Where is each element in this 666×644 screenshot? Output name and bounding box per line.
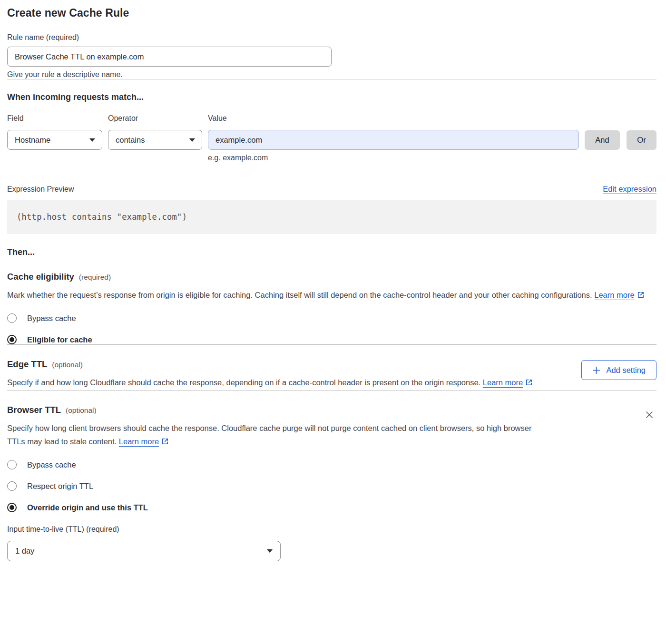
edge-ttl-section: Edge TTL (optional) Specify if and how l… bbox=[7, 359, 656, 390]
close-icon[interactable] bbox=[642, 408, 656, 423]
page-title: Create new Cache Rule bbox=[7, 7, 656, 20]
required-tag: (required) bbox=[79, 273, 111, 282]
or-button[interactable]: Or bbox=[627, 130, 656, 150]
expression-preview-label: Expression Preview bbox=[7, 185, 74, 194]
radio-icon[interactable] bbox=[7, 460, 17, 469]
expression-header: Expression Preview Edit expression bbox=[7, 185, 656, 194]
radio-option-label[interactable]: Eligible for cache bbox=[27, 335, 92, 344]
cache-eligibility-section: Cache eligibility (required) Mark whethe… bbox=[7, 272, 656, 344]
browser-ttl-title: Browser TTL bbox=[7, 405, 61, 415]
field-column: Field Hostname bbox=[7, 114, 108, 150]
operator-column: Operator contains bbox=[108, 114, 208, 150]
radio-option-eligible-for-cache[interactable]: Eligible for cache bbox=[7, 335, 656, 344]
match-section: When incoming requests match... Field Ho… bbox=[7, 92, 656, 162]
browser-ttl-content: Browser TTL (optional) Specify how long … bbox=[7, 405, 533, 561]
value-help: e.g. example.com bbox=[208, 154, 579, 162]
divider bbox=[7, 344, 656, 345]
cache-eligibility-title-row: Cache eligibility (required) bbox=[7, 272, 656, 282]
radio-option-label[interactable]: Respect origin TTL bbox=[27, 482, 93, 491]
add-setting-label: Add setting bbox=[606, 366, 646, 375]
edge-ttl-title-row: Edge TTL (optional) bbox=[7, 359, 533, 370]
and-button[interactable]: And bbox=[585, 130, 620, 150]
rule-name-help: Give your rule a descriptive name. bbox=[7, 70, 656, 79]
plus-icon bbox=[592, 366, 600, 374]
radio-option-bypass-cache-browser[interactable]: Bypass cache bbox=[7, 460, 533, 469]
field-select[interactable]: Hostname bbox=[7, 130, 102, 150]
radio-option-label[interactable]: Bypass cache bbox=[27, 460, 76, 469]
radio-icon[interactable] bbox=[7, 481, 17, 491]
ttl-select[interactable]: 1 day bbox=[7, 541, 281, 561]
radio-icon-selected[interactable] bbox=[7, 335, 17, 344]
match-grid: Field Hostname Operator contains Value e… bbox=[7, 114, 656, 162]
external-link-icon bbox=[161, 436, 169, 449]
edge-ttl-title: Edge TTL bbox=[7, 359, 47, 370]
create-cache-rule-form: Create new Cache Rule Rule name (require… bbox=[0, 0, 666, 561]
cache-eligibility-description: Mark whether the request’s response from… bbox=[7, 288, 656, 302]
ttl-label: Input time-to-live (TTL) (required) bbox=[7, 525, 533, 534]
browser-ttl-description: Specify how long client browsers should … bbox=[7, 421, 533, 449]
optional-tag: (optional) bbox=[52, 361, 83, 369]
add-setting-button[interactable]: Add setting bbox=[581, 360, 656, 380]
operator-label: Operator bbox=[108, 114, 208, 123]
chevron-down-icon bbox=[267, 549, 273, 553]
rule-name-label: Rule name (required) bbox=[7, 33, 656, 42]
divider bbox=[7, 79, 656, 79]
radio-option-label[interactable]: Bypass cache bbox=[27, 314, 76, 323]
cache-eligibility-title: Cache eligibility bbox=[7, 272, 74, 282]
radio-option-respect-origin-ttl[interactable]: Respect origin TTL bbox=[7, 481, 533, 491]
radio-option-override-origin-ttl[interactable]: Override origin and use this TTL bbox=[7, 503, 533, 512]
chevron-down-icon bbox=[189, 138, 195, 142]
edge-ttl-content: Edge TTL (optional) Specify if and how l… bbox=[7, 359, 533, 390]
ttl-select-value: 1 day bbox=[8, 541, 259, 561]
field-label: Field bbox=[7, 114, 108, 123]
value-label: Value bbox=[208, 114, 579, 123]
external-link-icon bbox=[525, 377, 533, 390]
learn-more-link[interactable]: Learn more bbox=[594, 291, 634, 299]
chevron-down-icon bbox=[89, 138, 95, 142]
browser-ttl-description-text: Specify how long client browsers should … bbox=[7, 424, 531, 446]
match-heading: When incoming requests match... bbox=[7, 92, 656, 102]
external-link-icon bbox=[637, 289, 645, 302]
field-select-value: Hostname bbox=[15, 136, 50, 145]
value-input[interactable] bbox=[208, 130, 579, 150]
rule-name-section: Rule name (required) Give your rule a de… bbox=[7, 33, 656, 79]
edge-ttl-description-text: Specify if and how long Cloudflare shoul… bbox=[7, 378, 480, 387]
edge-ttl-description: Specify if and how long Cloudflare shoul… bbox=[7, 376, 533, 390]
ttl-select-arrow[interactable] bbox=[259, 541, 280, 561]
rule-name-input[interactable] bbox=[7, 47, 332, 67]
expression-code-block: (http.host contains "example.com") bbox=[7, 200, 656, 234]
operator-select-value: contains bbox=[116, 136, 145, 145]
learn-more-link[interactable]: Learn more bbox=[119, 437, 159, 446]
divider bbox=[7, 390, 656, 390]
value-column: Value e.g. example.com bbox=[208, 114, 579, 162]
operator-select[interactable]: contains bbox=[108, 130, 202, 150]
then-heading: Then... bbox=[7, 247, 656, 257]
cache-eligibility-description-text: Mark whether the request’s response from… bbox=[7, 291, 592, 299]
radio-option-bypass-cache[interactable]: Bypass cache bbox=[7, 313, 656, 323]
optional-tag: (optional) bbox=[66, 406, 97, 415]
browser-ttl-section: Browser TTL (optional) Specify how long … bbox=[7, 405, 656, 561]
radio-icon[interactable] bbox=[7, 313, 17, 323]
edit-expression-link[interactable]: Edit expression bbox=[603, 185, 656, 194]
radio-option-label[interactable]: Override origin and use this TTL bbox=[27, 503, 148, 512]
browser-ttl-title-row: Browser TTL (optional) bbox=[7, 405, 533, 415]
radio-icon-selected[interactable] bbox=[7, 503, 17, 512]
learn-more-link[interactable]: Learn more bbox=[483, 378, 523, 387]
ttl-input-block: Input time-to-live (TTL) (required) 1 da… bbox=[7, 525, 533, 561]
